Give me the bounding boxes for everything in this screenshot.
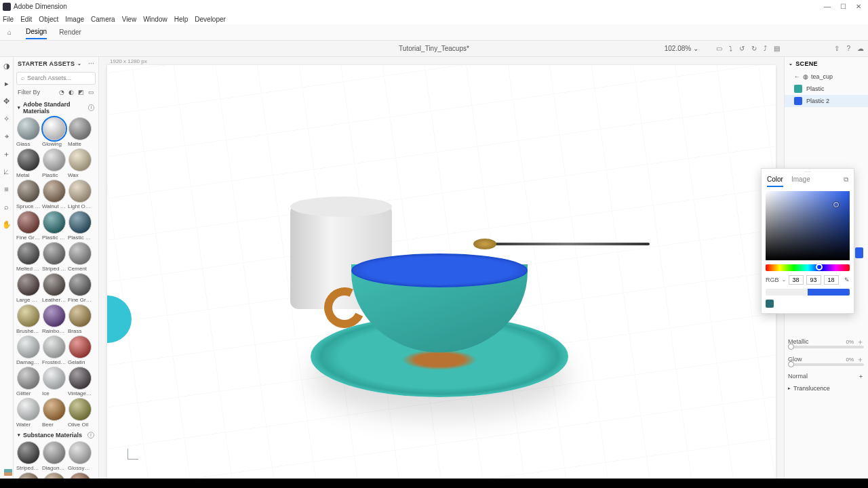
menu-window[interactable]: Window: [143, 16, 167, 23]
scene-item[interactable]: Plastic: [785, 83, 868, 95]
color-field[interactable]: [766, 191, 850, 260]
trans-caret-icon[interactable]: ▸: [788, 386, 791, 391]
assets-more-icon[interactable]: ⋯: [88, 60, 94, 67]
filter-icon-1[interactable]: ◔: [59, 89, 64, 96]
material-swatch[interactable]: [17, 211, 40, 234]
section-title[interactable]: Substance Materials: [23, 432, 82, 439]
material-swatch[interactable]: [43, 441, 66, 464]
filter-icon-4[interactable]: ▭: [88, 89, 94, 96]
color-picker-panel[interactable]: ┄┄ Color Image ⧉ RGB⌄ ✎: [761, 168, 854, 314]
section-info-icon[interactable]: i: [87, 432, 94, 439]
help-icon[interactable]: ?: [846, 45, 850, 52]
tab-color[interactable]: Color: [767, 176, 783, 187]
menu-object[interactable]: Object: [39, 16, 58, 23]
material-swatch[interactable]: [68, 117, 92, 140]
section-caret-icon[interactable]: ▾: [18, 105, 20, 110]
scene-collapse-icon[interactable]: ⌄: [789, 61, 793, 66]
hue-cursor[interactable]: [816, 264, 823, 270]
section-info-icon[interactable]: i: [88, 104, 94, 111]
tool-zoom[interactable]: ⌕: [2, 202, 12, 211]
tool-ruler[interactable]: ⟀: [2, 167, 12, 176]
rgb-b-input[interactable]: [824, 275, 839, 285]
material-swatch[interactable]: [17, 180, 40, 203]
prop-normal[interactable]: Normal: [788, 373, 808, 380]
material-swatch[interactable]: [43, 336, 66, 359]
filter-icon-2[interactable]: ◐: [68, 89, 74, 96]
scene-item[interactable]: Plastic 2: [785, 95, 868, 107]
glow-slider[interactable]: [788, 363, 864, 366]
material-swatch[interactable]: [43, 117, 66, 140]
scene-back[interactable]: ← ◍ tea_cup: [785, 70, 868, 83]
material-swatch[interactable]: [17, 441, 40, 464]
material-swatch[interactable]: [17, 398, 40, 421]
viewport-canvas[interactable]: [107, 65, 776, 480]
menu-view[interactable]: View: [122, 16, 137, 23]
prop-translucence[interactable]: Translucence: [793, 385, 830, 392]
window-maximize[interactable]: ☐: [840, 3, 846, 10]
window-minimize[interactable]: —: [824, 3, 831, 10]
menu-help[interactable]: Help: [174, 16, 189, 23]
material-swatch[interactable]: [68, 148, 92, 171]
menu-developer[interactable]: Developer: [195, 16, 226, 23]
material-swatch[interactable]: [43, 304, 66, 327]
share-icon[interactable]: ⇪: [834, 45, 840, 52]
docicon-1[interactable]: ▭: [716, 45, 722, 52]
material-swatch[interactable]: [17, 242, 40, 265]
material-swatch[interactable]: [68, 273, 92, 296]
tool-library[interactable]: ◑: [2, 61, 12, 70]
assets-header[interactable]: STARTER ASSETS: [18, 60, 75, 67]
material-swatch[interactable]: [68, 367, 92, 390]
cloud-icon[interactable]: ☁: [857, 45, 864, 52]
menu-file[interactable]: File: [3, 16, 14, 23]
material-swatch[interactable]: [68, 304, 92, 327]
mode-render[interactable]: Render: [59, 26, 81, 39]
hue-slider[interactable]: [766, 264, 850, 271]
section-title[interactable]: Adobe Standard Materials: [23, 101, 88, 115]
assets-caret-icon[interactable]: ⌄: [77, 61, 81, 66]
material-swatch[interactable]: [43, 148, 66, 171]
docicon-5[interactable]: ⤴: [764, 45, 767, 52]
color-cursor[interactable]: [833, 202, 839, 207]
material-swatch[interactable]: [68, 336, 92, 359]
tool-levels[interactable]: ≡: [2, 184, 12, 194]
material-swatch[interactable]: [17, 148, 40, 171]
home-icon[interactable]: ⌂: [5, 28, 14, 37]
zoom-level[interactable]: 102.08% ⌄: [665, 45, 698, 52]
tool-magic[interactable]: ✧: [2, 114, 12, 123]
scene-cup[interactable]: [351, 247, 528, 355]
color-mode[interactable]: RGB: [766, 277, 779, 283]
material-swatch[interactable]: [68, 242, 92, 265]
material-swatch[interactable]: [17, 273, 40, 296]
tool-move[interactable]: ✥: [2, 96, 12, 106]
tool-sample[interactable]: ⌖: [2, 131, 12, 141]
material-swatch[interactable]: [43, 180, 66, 203]
eyedropper-icon[interactable]: ✎: [844, 277, 850, 283]
prop-normal-add[interactable]: ＋: [858, 372, 864, 381]
material-swatch[interactable]: [17, 117, 40, 140]
color-history-chip[interactable]: [766, 300, 774, 308]
material-swatch[interactable]: [43, 242, 66, 265]
tool-add[interactable]: ＋: [2, 149, 12, 159]
rgb-r-input[interactable]: [789, 275, 804, 285]
material-swatch[interactable]: [43, 273, 66, 296]
material-swatch[interactable]: [17, 304, 40, 327]
docicon-6[interactable]: ▤: [774, 45, 780, 52]
material-swatch[interactable]: [17, 336, 40, 359]
taskbar-app-icon[interactable]: [4, 469, 12, 476]
material-swatch[interactable]: [43, 398, 66, 421]
material-swatch[interactable]: [68, 211, 92, 234]
mode-design[interactable]: Design: [26, 25, 47, 39]
material-swatch[interactable]: [68, 180, 92, 203]
color-mode-caret-icon[interactable]: ⌄: [782, 277, 786, 283]
material-swatch[interactable]: [17, 367, 40, 390]
docicon-3[interactable]: ↺: [739, 45, 745, 52]
scene-spoon[interactable]: [487, 243, 650, 245]
docicon-4[interactable]: ↻: [751, 45, 757, 52]
menu-image[interactable]: Image: [65, 16, 84, 23]
menu-camera[interactable]: Camera: [91, 16, 115, 23]
tool-select[interactable]: ▸: [2, 79, 12, 88]
material-swatch[interactable]: [43, 211, 66, 234]
rgb-g-input[interactable]: [806, 275, 821, 285]
search-input[interactable]: ⌕ Search Assets...: [16, 72, 96, 85]
menu-edit[interactable]: Edit: [20, 16, 32, 23]
